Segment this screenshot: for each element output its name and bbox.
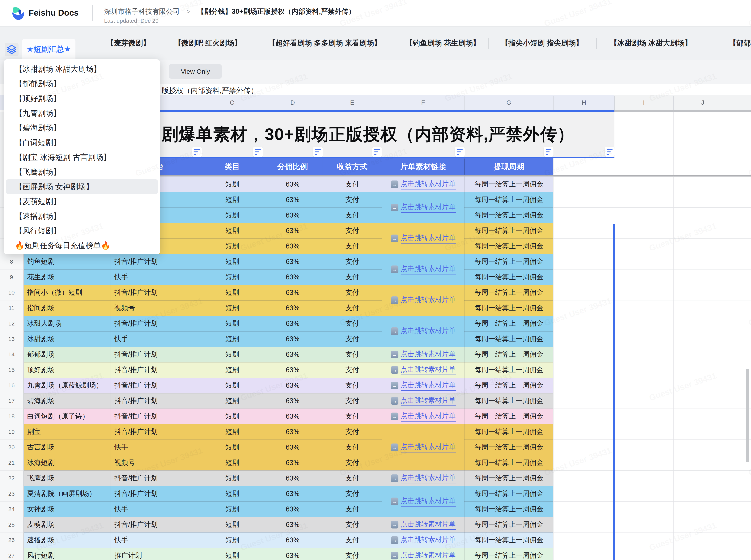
cell-g-row19[interactable]: 每周一结算上一周佣金 (465, 424, 553, 439)
cell-b-row27[interactable]: 推广计划 (110, 548, 202, 560)
cell-c-row23[interactable]: 短剧 (202, 486, 263, 501)
cell-d-row11[interactable]: 63% (263, 300, 323, 316)
tab-6[interactable]: 【指尖小短剧 指尖剧场】 (501, 26, 583, 60)
cell-b-row22[interactable]: 抖音/推广计划 (110, 471, 202, 486)
all-sheets-button[interactable] (5, 43, 19, 56)
dropdown-item-11[interactable]: 【风行短剧】 (6, 223, 158, 238)
cell-c-row22[interactable]: 短剧 (202, 471, 263, 486)
cell-b-row23[interactable]: 抖音/推广计划 (110, 486, 202, 501)
cell-c-row18[interactable]: 短剧 (202, 408, 263, 424)
column-letter-I[interactable]: I (643, 95, 645, 110)
cell-c-row27[interactable]: 短剧 (202, 548, 263, 560)
cell-d-row24[interactable]: 63% (263, 501, 323, 517)
tab-2[interactable]: 【麦芽微剧】 (106, 26, 150, 60)
material-link-row27[interactable]: →点击跳转素材片单 (382, 548, 465, 560)
cell-d-row12[interactable]: 63% (263, 316, 323, 331)
cell-a-row25[interactable]: 麦萌剧场 (23, 517, 110, 532)
row-number-15[interactable]: 15 (0, 362, 23, 378)
cell-a-row18[interactable]: 白词短剧（原子诗） (23, 408, 110, 424)
row-number-14[interactable]: 14 (0, 347, 23, 362)
material-link-row23[interactable]: →点击跳转素材片单 (382, 486, 465, 517)
row-number-16[interactable]: 16 (0, 378, 23, 393)
cell-d-row27[interactable]: 63% (263, 548, 323, 560)
cell-b-row20[interactable]: 快手 (110, 439, 202, 455)
cell-e-row3[interactable]: 支付 (323, 177, 382, 192)
material-link-row10[interactable]: →点击跳转素材片单 (382, 285, 465, 316)
cell-b-row26[interactable]: 快手 (110, 532, 202, 548)
cell-d-row21[interactable]: 63% (263, 455, 323, 471)
cell-c-row3[interactable]: 短剧 (202, 177, 263, 192)
cell-d-row26[interactable]: 63% (263, 532, 323, 548)
cell-b-row21[interactable]: 视频号 (110, 455, 202, 471)
tab-5[interactable]: 【钓鱼剧场 花生剧场】 (405, 26, 480, 60)
dropdown-item-4[interactable]: 【碧海剧场】 (6, 121, 158, 135)
dropdown-item-7[interactable]: 【飞鹰剧场】 (6, 165, 158, 179)
cell-a-row12[interactable]: 冰甜大剧场 (23, 316, 110, 331)
cell-a-row15[interactable]: 顶好剧场 (23, 362, 110, 378)
cell-b-row17[interactable]: 抖音/推广计划 (110, 393, 202, 408)
cell-g-row6[interactable]: 每周一结算上一周佣金 (465, 223, 553, 238)
cell-d-row4[interactable]: 63% (263, 192, 323, 207)
breadcrumb-org[interactable]: 深圳市格子科技有限公司 (104, 7, 180, 15)
cell-e-row10[interactable]: 支付 (323, 285, 382, 300)
cell-a-row19[interactable]: 剧宝 (23, 424, 110, 439)
material-link-row26[interactable]: →点击跳转素材片单 (382, 532, 465, 548)
filter-icon[interactable] (253, 147, 263, 157)
cell-c-row14[interactable]: 短剧 (202, 347, 263, 362)
material-link-row15[interactable]: →点击跳转素材片单 (382, 362, 465, 378)
column-letter-G[interactable]: G (507, 95, 511, 110)
cell-e-row9[interactable]: 支付 (323, 269, 382, 285)
row-number-22[interactable]: 22 (0, 471, 23, 486)
dropdown-item-8[interactable]: 【画屏剧场 女神剧场】 (6, 179, 158, 194)
cell-c-row11[interactable]: 短剧 (202, 300, 263, 316)
cell-g-row14[interactable]: 每周一结算上一周佣金 (465, 347, 553, 362)
cell-e-row14[interactable]: 支付 (323, 347, 382, 362)
tab-8[interactable]: 【郁郁剧场】 (729, 26, 751, 60)
cell-g-row5[interactable]: 每周一结算上一周佣金 (465, 207, 553, 223)
cell-g-row15[interactable]: 每周一结算上一周佣金 (465, 362, 553, 378)
cell-a-row10[interactable]: 指间小（微）短剧 (23, 285, 110, 300)
cell-g-row17[interactable]: 每周一结算上一周佣金 (465, 393, 553, 408)
cell-a-row8[interactable]: 钓鱼短剧 (23, 254, 110, 269)
cell-d-row15[interactable]: 63% (263, 362, 323, 378)
header-cell-e[interactable]: 收益方式 (323, 158, 382, 175)
cell-d-row20[interactable]: 63% (263, 439, 323, 455)
cell-g-row12[interactable]: 每周一结算上一周佣金 (465, 316, 553, 331)
cell-a-row24[interactable]: 女神剧场 (23, 501, 110, 517)
cell-d-row17[interactable]: 63% (263, 393, 323, 408)
cell-c-row21[interactable]: 短剧 (202, 455, 263, 471)
cell-e-row5[interactable]: 支付 (323, 207, 382, 223)
cell-e-row8[interactable]: 支付 (323, 254, 382, 269)
cell-g-row26[interactable]: 每周一结算上一周佣金 (465, 532, 553, 548)
cell-b-row16[interactable]: 抖音/推广计划 (110, 378, 202, 393)
cell-a-row13[interactable]: 冰甜剧场 (23, 331, 110, 347)
cell-e-row17[interactable]: 支付 (323, 393, 382, 408)
material-link-row19[interactable]: →点击跳转素材片单 (382, 424, 465, 471)
cell-c-row16[interactable]: 短剧 (202, 378, 263, 393)
row-number-12[interactable]: 12 (0, 316, 23, 331)
tab-7[interactable]: 【冰甜剧场 冰甜大剧场】 (610, 26, 692, 60)
cell-b-row19[interactable]: 抖音/推广计划 (110, 424, 202, 439)
dropdown-item-2[interactable]: 【顶好剧场】 (6, 91, 158, 106)
row-number-23[interactable]: 23 (0, 486, 23, 501)
cell-g-row9[interactable]: 每周一结算上一周佣金 (465, 269, 553, 285)
cell-c-row19[interactable]: 短剧 (202, 424, 263, 439)
column-letter-C[interactable]: C (230, 95, 234, 110)
column-letter-F[interactable]: F (421, 95, 425, 110)
cell-g-row18[interactable]: 每周一结算上一周佣金 (465, 408, 553, 424)
row-number-17[interactable]: 17 (0, 393, 23, 408)
cell-c-row20[interactable]: 短剧 (202, 439, 263, 455)
material-link-row14[interactable]: →点击跳转素材片单 (382, 347, 465, 362)
cell-g-row16[interactable]: 每周一结算上一周佣金 (465, 378, 553, 393)
cell-e-row16[interactable]: 支付 (323, 378, 382, 393)
cell-e-row13[interactable]: 支付 (323, 331, 382, 347)
cell-c-row13[interactable]: 短剧 (202, 331, 263, 347)
cell-e-row12[interactable]: 支付 (323, 316, 382, 331)
cell-a-row22[interactable]: 飞鹰剧场 (23, 471, 110, 486)
row-number-11[interactable]: 11 (0, 300, 23, 316)
row-number-24[interactable]: 24 (0, 501, 23, 517)
cell-c-row6[interactable]: 短剧 (202, 223, 263, 238)
cell-g-row4[interactable]: 每周一结算上一周佣金 (465, 192, 553, 207)
cell-b-row11[interactable]: 视频号 (110, 300, 202, 316)
header-cell-g[interactable]: 提现周期 (465, 158, 553, 175)
